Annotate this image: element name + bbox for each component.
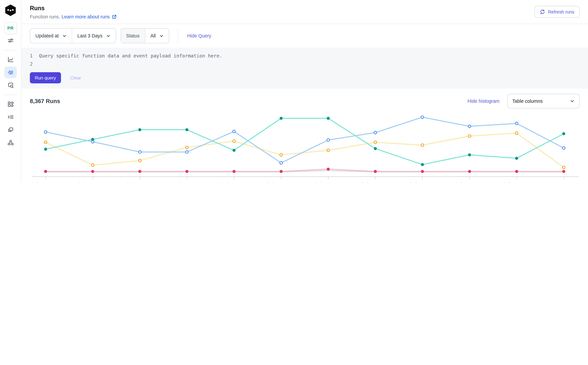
learn-more-link[interactable]: Learn more about runs: [62, 14, 116, 19]
hide-histogram-link[interactable]: Hide histogram: [467, 98, 499, 104]
runs-list-icon[interactable]: [4, 67, 17, 78]
filter-divider: [178, 29, 178, 43]
event-stream-icon[interactable]: [4, 111, 17, 123]
refresh-icon: [540, 9, 545, 14]
status-filter-label: Status: [121, 28, 145, 43]
metrics-chart-icon[interactable]: [4, 54, 17, 65]
time-filter-control: Updated at Last 3 Days: [30, 28, 116, 43]
results-bar: 8,367 Runs Hide histogram Table columns: [21, 89, 588, 110]
webhook-icon[interactable]: [4, 137, 17, 148]
svg-text:3/19/24, 6:00 PM: 3/19/24, 6:00 PM: [124, 182, 155, 182]
status-filter-control: Status All: [121, 28, 169, 43]
runs-histogram: 3/19/24, 12:00 PM3/19/24, 12:00 PM3/19/2…: [21, 110, 588, 182]
svg-text:3/19/24, 12:00 PM: 3/19/24, 12:00 PM: [264, 182, 298, 182]
sidebar-divider: [4, 50, 17, 50]
status-filter-dropdown[interactable]: All: [145, 28, 169, 43]
page-title: Runs: [30, 5, 116, 12]
svg-text:3/19/24, 12:00 PM: 3/19/24, 12:00 PM: [30, 182, 62, 182]
external-link-icon: [112, 14, 116, 19]
frames-icon[interactable]: [4, 124, 17, 136]
svg-text:3/19/24, 6:00 AM: 3/19/24, 6:00 AM: [219, 182, 250, 182]
sidebar-divider: [4, 95, 17, 95]
svg-text:3/19/24, 6:00 PM: 3/19/24, 6:00 PM: [313, 182, 344, 182]
chevron-down-icon: [570, 99, 574, 103]
query-line[interactable]: 2: [30, 60, 580, 68]
histogram-chart: 3/19/24, 12:00 PM3/19/24, 12:00 PM3/19/2…: [30, 111, 580, 182]
svg-text:3/19/24, 12:00 AM: 3/19/24, 12:00 AM: [170, 182, 204, 182]
search-code-icon[interactable]: [4, 79, 17, 91]
time-field-dropdown[interactable]: Updated at: [30, 28, 72, 43]
filter-bar: Updated at Last 3 Days Status Al: [21, 24, 588, 48]
chevron-down-icon: [106, 34, 110, 38]
line-number: 1: [30, 52, 39, 60]
svg-text:3/20/24, 6:00 PM: 3/20/24, 6:00 PM: [501, 182, 532, 182]
svg-text:3/20/24, 12:00 PM: 3/20/24, 12:00 PM: [453, 182, 486, 182]
clear-query-button[interactable]: Clear: [70, 75, 81, 80]
line-number: 2: [30, 60, 39, 68]
app-window: PR: [0, 0, 588, 182]
filter-sliders-icon[interactable]: [4, 35, 17, 46]
svg-text:3/19/24, 12:00 PM: 3/19/24, 12:00 PM: [76, 182, 109, 182]
page-subtitle: Function runs. Learn more about runs: [30, 14, 116, 19]
run-query-button[interactable]: Run query: [30, 72, 61, 83]
inngest-logo-icon[interactable]: [4, 4, 17, 17]
workspace-badge[interactable]: PR: [4, 22, 17, 34]
main-content: Runs Function runs. Learn more about run…: [21, 0, 588, 182]
chevron-down-icon: [62, 34, 67, 38]
refresh-runs-button[interactable]: Refresh runs: [534, 6, 580, 18]
svg-text:3/20/24, 6:00 AM: 3/20/24, 6:00 AM: [407, 182, 438, 182]
subtitle-text: Function runs.: [30, 14, 60, 19]
query-line[interactable]: 1Query specific function data and event …: [30, 52, 580, 60]
hide-query-link[interactable]: Hide Query: [187, 33, 211, 38]
svg-text:3/19/24, 12:00 AM: 3/19/24, 12:00 AM: [359, 182, 392, 182]
query-editor[interactable]: 1Query specific function data and event …: [21, 48, 588, 89]
apps-grid-icon[interactable]: [4, 98, 17, 110]
svg-text:Now: Now: [560, 182, 568, 182]
table-columns-dropdown[interactable]: Table columns: [507, 94, 580, 108]
chevron-down-icon: [159, 34, 164, 38]
time-range-dropdown[interactable]: Last 3 Days: [72, 28, 116, 43]
sidebar: PR: [0, 0, 21, 182]
page-header: Runs Function runs. Learn more about run…: [21, 0, 588, 24]
runs-count: 8,367 Runs: [30, 98, 60, 105]
query-text: Query specific function data and event p…: [39, 52, 222, 60]
